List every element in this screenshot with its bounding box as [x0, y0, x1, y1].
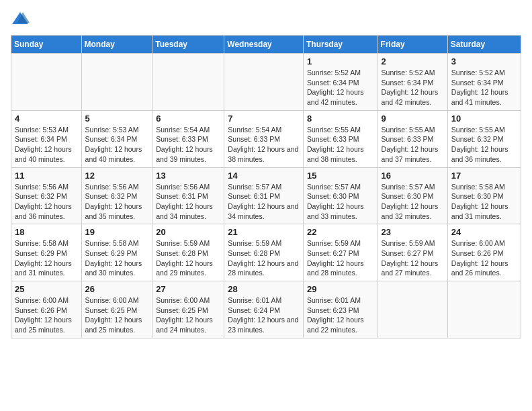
calendar-cell: [81, 54, 152, 111]
col-header-monday: Monday: [81, 36, 152, 54]
day-info: Sunrise: 6:00 AM Sunset: 6:26 PM Dayligh…: [15, 295, 78, 335]
calendar-cell: 14Sunrise: 5:57 AM Sunset: 6:31 PM Dayli…: [224, 167, 304, 224]
calendar-cell: 24Sunrise: 6:00 AM Sunset: 6:26 PM Dayli…: [447, 224, 521, 281]
day-number: 2: [382, 56, 444, 66]
day-number: 9: [382, 113, 444, 124]
day-info: Sunrise: 5:54 AM Sunset: 6:33 PM Dayligh…: [228, 125, 300, 165]
calendar-cell: [447, 281, 521, 338]
calendar-week-5: 25Sunrise: 6:00 AM Sunset: 6:26 PM Dayli…: [11, 281, 521, 338]
calendar-cell: 18Sunrise: 5:58 AM Sunset: 6:29 PM Dayli…: [11, 224, 82, 281]
calendar-cell: 21Sunrise: 5:59 AM Sunset: 6:28 PM Dayli…: [224, 224, 304, 281]
col-header-friday: Friday: [378, 36, 447, 54]
calendar-cell: 1Sunrise: 5:52 AM Sunset: 6:34 PM Daylig…: [303, 54, 378, 111]
calendar-cell: 12Sunrise: 5:56 AM Sunset: 6:32 PM Dayli…: [81, 167, 152, 224]
day-info: Sunrise: 5:59 AM Sunset: 6:28 PM Dayligh…: [228, 238, 300, 278]
calendar-cell: 16Sunrise: 5:57 AM Sunset: 6:30 PM Dayli…: [378, 167, 447, 224]
day-info: Sunrise: 5:55 AM Sunset: 6:32 PM Dayligh…: [451, 125, 517, 165]
day-info: Sunrise: 6:00 AM Sunset: 6:25 PM Dayligh…: [156, 295, 220, 335]
day-info: Sunrise: 5:59 AM Sunset: 6:28 PM Dayligh…: [156, 238, 220, 278]
day-number: 3: [451, 56, 517, 66]
col-header-sunday: Sunday: [11, 36, 82, 54]
calendar-cell: [378, 281, 447, 338]
col-header-thursday: Thursday: [303, 36, 378, 54]
calendar-cell: 10Sunrise: 5:55 AM Sunset: 6:32 PM Dayli…: [447, 110, 521, 167]
calendar-cell: 8Sunrise: 5:55 AM Sunset: 6:33 PM Daylig…: [303, 110, 378, 167]
day-number: 13: [156, 171, 220, 181]
calendar-cell: [224, 54, 304, 111]
day-info: Sunrise: 5:56 AM Sunset: 6:32 PM Dayligh…: [15, 182, 78, 222]
day-number: 11: [15, 171, 78, 181]
logo: [11, 11, 32, 27]
calendar-cell: 19Sunrise: 5:58 AM Sunset: 6:29 PM Dayli…: [81, 224, 152, 281]
calendar-cell: 5Sunrise: 5:53 AM Sunset: 6:34 PM Daylig…: [81, 110, 152, 167]
day-number: 19: [85, 227, 149, 237]
day-info: Sunrise: 5:52 AM Sunset: 6:34 PM Dayligh…: [307, 68, 374, 107]
day-number: 15: [307, 171, 374, 181]
day-number: 14: [228, 171, 300, 181]
day-info: Sunrise: 6:01 AM Sunset: 6:23 PM Dayligh…: [307, 295, 374, 335]
calendar-cell: 11Sunrise: 5:56 AM Sunset: 6:32 PM Dayli…: [11, 167, 82, 224]
calendar-cell: [11, 54, 82, 111]
day-number: 1: [307, 56, 374, 66]
calendar-cell: 26Sunrise: 6:00 AM Sunset: 6:25 PM Dayli…: [81, 281, 152, 338]
day-info: Sunrise: 5:56 AM Sunset: 6:31 PM Dayligh…: [156, 182, 220, 222]
day-info: Sunrise: 5:59 AM Sunset: 6:27 PM Dayligh…: [307, 238, 374, 278]
day-number: 7: [228, 113, 300, 124]
day-number: 16: [382, 171, 444, 181]
day-number: 27: [156, 284, 220, 294]
calendar-cell: [152, 54, 224, 111]
day-info: Sunrise: 5:52 AM Sunset: 6:34 PM Dayligh…: [382, 68, 444, 107]
day-number: 23: [382, 227, 444, 237]
calendar-week-2: 4Sunrise: 5:53 AM Sunset: 6:34 PM Daylig…: [11, 110, 521, 167]
day-info: Sunrise: 5:59 AM Sunset: 6:27 PM Dayligh…: [382, 238, 444, 278]
day-info: Sunrise: 5:55 AM Sunset: 6:33 PM Dayligh…: [382, 125, 444, 165]
calendar-header-row: SundayMondayTuesdayWednesdayThursdayFrid…: [11, 36, 521, 54]
day-info: Sunrise: 5:53 AM Sunset: 6:34 PM Dayligh…: [15, 125, 78, 165]
calendar-cell: 20Sunrise: 5:59 AM Sunset: 6:28 PM Dayli…: [152, 224, 224, 281]
col-header-wednesday: Wednesday: [224, 36, 304, 54]
day-info: Sunrise: 5:57 AM Sunset: 6:31 PM Dayligh…: [228, 182, 300, 222]
day-info: Sunrise: 5:57 AM Sunset: 6:30 PM Dayligh…: [382, 182, 444, 222]
day-number: 22: [307, 227, 374, 237]
calendar-cell: 2Sunrise: 5:52 AM Sunset: 6:34 PM Daylig…: [378, 54, 447, 111]
logo-icon: [11, 11, 30, 27]
col-header-saturday: Saturday: [447, 36, 521, 54]
day-info: Sunrise: 6:00 AM Sunset: 6:26 PM Dayligh…: [451, 238, 517, 278]
calendar-week-3: 11Sunrise: 5:56 AM Sunset: 6:32 PM Dayli…: [11, 167, 521, 224]
col-header-tuesday: Tuesday: [152, 36, 224, 54]
calendar-cell: 27Sunrise: 6:00 AM Sunset: 6:25 PM Dayli…: [152, 281, 224, 338]
calendar-cell: 23Sunrise: 5:59 AM Sunset: 6:27 PM Dayli…: [378, 224, 447, 281]
day-number: 26: [85, 284, 149, 294]
calendar-cell: 15Sunrise: 5:57 AM Sunset: 6:30 PM Dayli…: [303, 167, 378, 224]
day-info: Sunrise: 6:01 AM Sunset: 6:24 PM Dayligh…: [228, 295, 300, 335]
day-info: Sunrise: 5:55 AM Sunset: 6:33 PM Dayligh…: [307, 125, 374, 165]
day-info: Sunrise: 5:53 AM Sunset: 6:34 PM Dayligh…: [85, 125, 149, 165]
day-number: 4: [15, 113, 78, 124]
day-info: Sunrise: 5:54 AM Sunset: 6:33 PM Dayligh…: [156, 125, 220, 165]
day-info: Sunrise: 5:58 AM Sunset: 6:30 PM Dayligh…: [451, 182, 517, 222]
day-number: 6: [156, 113, 220, 124]
day-number: 21: [228, 227, 300, 237]
day-info: Sunrise: 5:52 AM Sunset: 6:34 PM Dayligh…: [451, 68, 517, 107]
calendar-cell: 13Sunrise: 5:56 AM Sunset: 6:31 PM Dayli…: [152, 167, 224, 224]
day-info: Sunrise: 5:58 AM Sunset: 6:29 PM Dayligh…: [85, 238, 149, 278]
day-number: 8: [307, 113, 374, 124]
calendar-cell: 3Sunrise: 5:52 AM Sunset: 6:34 PM Daylig…: [447, 54, 521, 111]
calendar-cell: 28Sunrise: 6:01 AM Sunset: 6:24 PM Dayli…: [224, 281, 304, 338]
calendar-cell: 25Sunrise: 6:00 AM Sunset: 6:26 PM Dayli…: [11, 281, 82, 338]
calendar-cell: 7Sunrise: 5:54 AM Sunset: 6:33 PM Daylig…: [224, 110, 304, 167]
day-info: Sunrise: 5:56 AM Sunset: 6:32 PM Dayligh…: [85, 182, 149, 222]
day-number: 10: [451, 113, 517, 124]
page-header: [11, 11, 521, 27]
day-number: 20: [156, 227, 220, 237]
calendar-week-4: 18Sunrise: 5:58 AM Sunset: 6:29 PM Dayli…: [11, 224, 521, 281]
calendar-cell: 22Sunrise: 5:59 AM Sunset: 6:27 PM Dayli…: [303, 224, 378, 281]
calendar-cell: 6Sunrise: 5:54 AM Sunset: 6:33 PM Daylig…: [152, 110, 224, 167]
calendar-cell: 9Sunrise: 5:55 AM Sunset: 6:33 PM Daylig…: [378, 110, 447, 167]
day-number: 25: [15, 284, 78, 294]
day-number: 24: [451, 227, 517, 237]
day-number: 28: [228, 284, 300, 294]
day-number: 12: [85, 171, 149, 181]
day-number: 29: [307, 284, 374, 294]
day-number: 18: [15, 227, 78, 237]
